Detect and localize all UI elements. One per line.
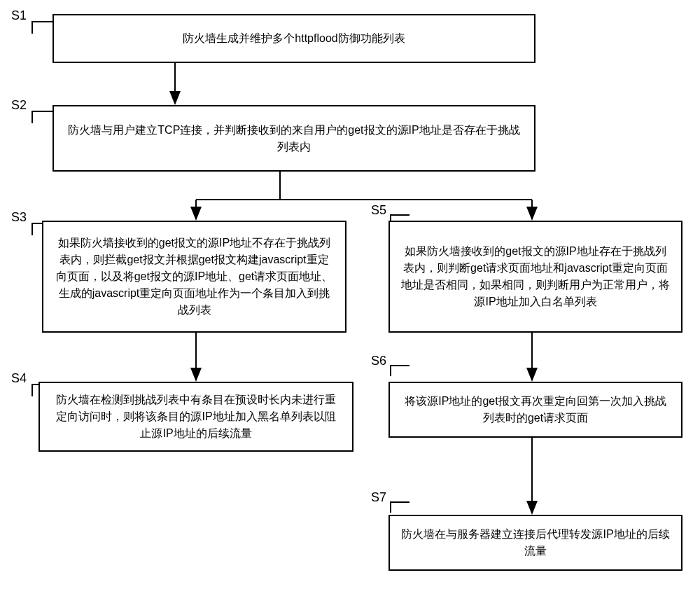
step-text: 如果防火墙接收到的get报文的源IP地址存在于挑战列表内，则判断get请求页面地… xyxy=(401,243,670,310)
step-label-s3: S3 xyxy=(11,210,27,225)
lead-line xyxy=(31,21,52,34)
step-label-s5: S5 xyxy=(371,203,386,218)
step-label-s2: S2 xyxy=(11,98,27,113)
step-box-s4: 防火墙在检测到挑战列表中有条目在预设时长内未进行重定向访问时，则将该条目的源IP… xyxy=(38,382,354,452)
step-text: 如果防火墙接收到的get报文的源IP地址不存在于挑战列表内，则拦截get报文并根… xyxy=(55,235,334,319)
step-box-s7: 防火墙在与服务器建立连接后代理转发源IP地址的后续流量 xyxy=(388,515,682,571)
lead-line xyxy=(31,111,52,123)
step-label-s6: S6 xyxy=(371,354,386,368)
step-box-s6: 将该源IP地址的get报文再次重定向回第一次加入挑战列表时的get请求页面 xyxy=(388,382,682,438)
step-text: 防火墙与用户建立TCP连接，并判断接收到的来自用户的get报文的源IP地址是否存… xyxy=(65,122,523,155)
step-label-s7: S7 xyxy=(371,490,386,505)
step-text: 防火墙在检测到挑战列表中有条目在预设时长内未进行重定向访问时，则将该条目的源IP… xyxy=(51,391,341,442)
step-label-s4: S4 xyxy=(11,371,27,386)
step-box-s5: 如果防火墙接收到的get报文的源IP地址存在于挑战列表内，则判断get请求页面地… xyxy=(388,221,682,333)
step-text: 防火墙在与服务器建立连接后代理转发源IP地址的后续流量 xyxy=(401,526,670,560)
lead-line xyxy=(390,365,410,376)
step-text: 将该源IP地址的get报文再次重定向回第一次加入挑战列表时的get请求页面 xyxy=(401,393,670,427)
step-box-s2: 防火墙与用户建立TCP连接，并判断接收到的来自用户的get报文的源IP地址是否存… xyxy=(52,105,536,172)
step-box-s1: 防火墙生成并维护多个httpflood防御功能列表 xyxy=(52,14,536,63)
step-box-s3: 如果防火墙接收到的get报文的源IP地址不存在于挑战列表内，则拦截get报文并根… xyxy=(42,221,346,333)
step-text: 防火墙生成并维护多个httpflood防御功能列表 xyxy=(183,30,405,47)
lead-line xyxy=(390,501,410,513)
step-label-s1: S1 xyxy=(11,8,27,23)
